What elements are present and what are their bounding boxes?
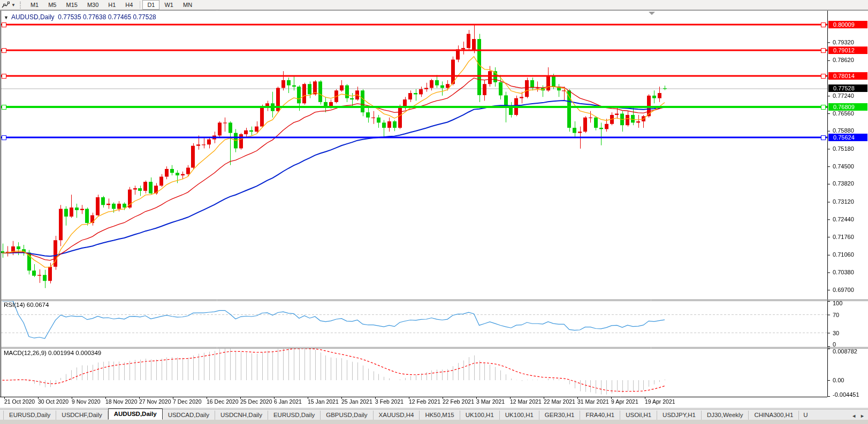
timeframe-button-M15[interactable]: M15 bbox=[61, 0, 82, 10]
symbol-name: AUDUSD,Daily bbox=[11, 13, 55, 21]
chart-tab-usdcad-daily[interactable]: USDCAD,Daily bbox=[163, 411, 215, 420]
chart-tab-uk100-h1[interactable]: UK100,H1 bbox=[460, 411, 500, 420]
price-axis[interactable] bbox=[827, 11, 868, 397]
timeframe-button-D1[interactable]: D1 bbox=[142, 0, 159, 10]
toolbar-grip[interactable] bbox=[20, 2, 22, 9]
chevron-down-icon[interactable]: ▼ bbox=[11, 3, 16, 7]
rsi-header: RSI(14) 60.0674 bbox=[4, 302, 49, 308]
chart-plot[interactable] bbox=[0, 0, 868, 424]
chart-tab-usdchf-daily[interactable]: USDCHF,Daily bbox=[56, 411, 108, 420]
timeframe-button-group: M1M5M15M30H1H4D1W1MN bbox=[26, 0, 197, 10]
polyline-tool-icon[interactable] bbox=[2, 2, 10, 9]
chart-tab-usoil-h1[interactable]: USOil,H1 bbox=[620, 411, 657, 420]
chart-tab-eurusd-daily[interactable]: EURUSD,Daily bbox=[268, 411, 321, 420]
toolbar: ▼ M1M5M15M30H1H4D1W1MN bbox=[0, 0, 868, 10]
tab-scroll-controls: ◄► bbox=[851, 413, 868, 420]
chart-tab-usdjpy-h1[interactable]: USDJPY,H1 bbox=[657, 411, 702, 420]
chart-tab-xauusd-h4[interactable]: XAUUSD,H4 bbox=[374, 411, 420, 420]
timeframe-button-H1[interactable]: H1 bbox=[103, 0, 120, 10]
chart-tab-eurusd-daily[interactable]: EURUSD,Daily bbox=[3, 411, 56, 420]
ohlc-values: 0.77535 0.77638 0.77465 0.77528 bbox=[58, 13, 156, 21]
hline-price-label: 0.76809 bbox=[828, 103, 867, 111]
chart-symbol-title: ▼AUDUSD,Daily 0.77535 0.77638 0.77465 0.… bbox=[4, 13, 156, 21]
timeframe-button-M30[interactable]: M30 bbox=[82, 0, 103, 10]
chart-tab-hk50-m15[interactable]: HK50,M15 bbox=[420, 411, 460, 420]
chart-tab-bar: EURUSD,DailyUSDCHF,DailyAUDUSD,DailyUSDC… bbox=[0, 409, 868, 420]
macd-header: MACD(12,26,9) 0.001994 0.000349 bbox=[4, 350, 101, 356]
hline-price-label: 0.75624 bbox=[828, 134, 867, 141]
timeframe-button-H4[interactable]: H4 bbox=[120, 0, 138, 10]
chart-tab-uk100-h1[interactable]: UK100,H1 bbox=[500, 411, 539, 420]
chart-tab-partial[interactable]: U bbox=[799, 411, 812, 420]
current-price-label: 0.77528 bbox=[828, 84, 867, 92]
tab-scroll-right-icon[interactable]: ► bbox=[860, 413, 865, 419]
timeframe-button-M1[interactable]: M1 bbox=[26, 0, 43, 10]
hline-price-label: 0.78014 bbox=[828, 72, 867, 80]
chart-tab-dj30-weekly[interactable]: DJ30,Weekly bbox=[702, 411, 749, 420]
chart-tab-fra40-h1[interactable]: FRA40,H1 bbox=[580, 411, 620, 420]
chart-tab-china300-h1[interactable]: CHINA300,H1 bbox=[749, 411, 799, 420]
toolbar-separator bbox=[140, 1, 140, 9]
chart-tab-usdcnh-daily[interactable]: USDCNH,Daily bbox=[215, 411, 268, 420]
chart-tab-audusd-daily[interactable]: AUDUSD,Daily bbox=[108, 408, 163, 420]
chart-tab-ger30-h1[interactable]: GER30,H1 bbox=[539, 411, 581, 420]
status-strip bbox=[0, 420, 868, 424]
hline-price-label: 0.80009 bbox=[828, 21, 867, 28]
hline-price-label: 0.79012 bbox=[828, 47, 867, 54]
timeframe-button-W1[interactable]: W1 bbox=[159, 0, 178, 10]
tab-scroll-left-icon[interactable]: ◄ bbox=[851, 413, 856, 419]
time-axis[interactable] bbox=[0, 397, 827, 408]
chart-menu-icon[interactable]: ▼ bbox=[4, 15, 9, 20]
timeframe-button-MN[interactable]: MN bbox=[178, 0, 197, 10]
chart-tab-gbpusd-daily[interactable]: GBPUSD,Daily bbox=[321, 411, 373, 420]
timeframe-button-M5[interactable]: M5 bbox=[43, 0, 61, 10]
